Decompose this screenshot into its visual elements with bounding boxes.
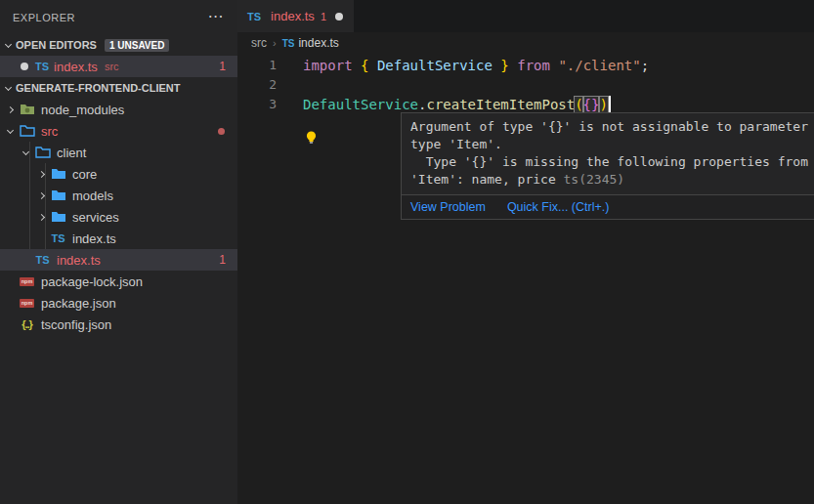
vscode-window: EXPLORER ⋯ OPEN EDITORS 1 UNSAVED TS ind… xyxy=(0,0,814,504)
more-actions-icon[interactable]: ⋯ xyxy=(208,7,225,25)
code-token: from xyxy=(517,58,550,73)
tree-item-label: core xyxy=(72,167,97,182)
open-editors-header[interactable]: OPEN EDITORS 1 UNSAVED xyxy=(0,34,237,56)
breadcrumb-folder[interactable]: src xyxy=(251,36,267,50)
error-message-line: Argument of type '{}' is not assignable … xyxy=(410,118,814,136)
code-token xyxy=(353,58,361,73)
error-message-line: 'Item': name, price ts(2345) xyxy=(410,171,814,189)
error-dot-badge xyxy=(218,128,225,135)
tree-item-label: src xyxy=(41,124,58,139)
tree-item-label: node_modules xyxy=(41,103,124,117)
chevron-down-icon xyxy=(0,37,16,53)
chevron-right-icon xyxy=(2,102,18,117)
line-number: 3 xyxy=(237,95,277,114)
text-cursor xyxy=(609,96,612,112)
open-editor-item-index-ts[interactable]: TS index.ts src 1 xyxy=(0,56,237,77)
tree-item-core[interactable]: core xyxy=(0,163,237,185)
tree-item-label: package.json xyxy=(41,296,116,311)
tree-item-index-ts[interactable]: TSindex.ts1 xyxy=(0,249,237,271)
folder-icon xyxy=(49,166,67,182)
tab-index-ts[interactable]: TS index.ts 1 xyxy=(237,0,354,32)
error-message-line: type 'Item'. xyxy=(410,136,814,153)
quick-fix-link[interactable]: Quick Fix... (Ctrl+.) xyxy=(507,200,610,214)
chevron-down-icon xyxy=(18,145,33,160)
error-message-line: Type '{}' is missing the following prope… xyxy=(410,153,814,171)
code-line: 2 xyxy=(237,75,814,95)
chevron-right-icon xyxy=(33,188,49,203)
folder-icon xyxy=(18,123,36,139)
tree-item-tsconfig-json[interactable]: {..}tsconfig.json xyxy=(0,314,237,335)
file-tree: node_modulessrcclientcoremodelsservicesT… xyxy=(0,99,237,335)
chevron-down-icon xyxy=(0,80,16,96)
tree-item-label: index.ts xyxy=(72,231,116,246)
npm-file-icon: npm xyxy=(18,299,36,308)
code-token xyxy=(509,58,517,73)
tree-item-label: index.ts xyxy=(57,253,101,268)
typescript-file-icon: TS xyxy=(33,254,52,266)
code-token: ) xyxy=(599,97,607,112)
typescript-file-icon: TS xyxy=(282,38,295,49)
explorer-title: EXPLORER xyxy=(13,12,75,23)
line-number: 1 xyxy=(237,56,277,75)
chevron-right-icon xyxy=(33,166,49,182)
folder-icon xyxy=(49,209,67,225)
code-line: 3DefaultService.createItemItemPost({}) xyxy=(237,95,814,114)
tree-item-label: package-lock.json xyxy=(41,274,143,289)
code-editor[interactable]: 1import { DefaultService } from "./clien… xyxy=(237,54,814,114)
open-editor-path: src xyxy=(105,61,119,72)
typescript-file-icon: TS xyxy=(35,61,49,72)
code-token xyxy=(368,58,376,73)
line-number: 2 xyxy=(237,75,277,95)
error-message: Argument of type '{}' is not assignable … xyxy=(402,113,814,194)
code-token: createItemItemPost xyxy=(426,97,575,112)
twistie-spacer xyxy=(2,316,18,332)
breadcrumb: src › TS index.ts xyxy=(237,32,814,54)
code-token: import xyxy=(303,58,353,73)
modified-dot-icon xyxy=(21,63,28,70)
lightbulb-icon[interactable] xyxy=(304,130,319,150)
explorer-header: EXPLORER ⋯ xyxy=(0,0,237,34)
workspace-root-header[interactable]: GENERATE-FRONTEND-CLIENT xyxy=(0,77,237,99)
open-editor-filename: index.ts xyxy=(54,60,98,74)
chevron-down-icon xyxy=(2,123,18,139)
error-hover-tooltip: Argument of type '{}' is not assignable … xyxy=(401,112,814,220)
tree-item-services[interactable]: services xyxy=(0,206,237,228)
tree-item-label: tsconfig.json xyxy=(41,317,111,332)
code-token: {} xyxy=(583,97,600,112)
node-modules-folder-icon xyxy=(18,102,36,117)
error-count-badge: 1 xyxy=(219,253,226,267)
tree-item-index-ts[interactable]: TSindex.ts xyxy=(0,228,237,249)
tree-item-src[interactable]: src xyxy=(0,120,237,142)
twistie-spacer xyxy=(33,231,49,246)
folder-icon xyxy=(33,145,52,160)
tooltip-actions: View Problem Quick Fix... (Ctrl+.) xyxy=(402,194,814,219)
explorer-sidebar: EXPLORER ⋯ OPEN EDITORS 1 UNSAVED TS ind… xyxy=(0,0,237,504)
unsaved-badge: 1 UNSAVED xyxy=(105,39,170,52)
code-token: ( xyxy=(575,97,582,112)
breadcrumb-file[interactable]: index.ts xyxy=(298,36,338,50)
error-count-badge: 1 xyxy=(219,60,226,73)
view-problem-link[interactable]: View Problem xyxy=(410,200,486,214)
code-line: 1import { DefaultService } from "./clien… xyxy=(237,56,814,75)
code-token: ; xyxy=(641,58,649,73)
dirty-indicator-icon[interactable] xyxy=(335,13,343,21)
folder-icon xyxy=(49,188,67,203)
workspace-root-label: GENERATE-FRONTEND-CLIENT xyxy=(16,82,180,94)
twistie-spacer xyxy=(18,252,33,268)
tree-item-package-json[interactable]: npmpackage.json xyxy=(0,292,237,314)
twistie-spacer xyxy=(2,295,18,311)
tab-filename: index.ts xyxy=(271,9,315,23)
npm-file-icon: npm xyxy=(18,277,36,286)
chevron-right-icon xyxy=(33,209,49,225)
tab-error-count: 1 xyxy=(321,11,326,22)
code-token: } xyxy=(500,58,508,73)
chevron-right-icon: › xyxy=(273,37,277,49)
tree-item-package-lock-json[interactable]: npmpackage-lock.json xyxy=(0,271,237,292)
tree-item-models[interactable]: models xyxy=(0,185,237,206)
open-editors-label: OPEN EDITORS xyxy=(16,39,97,51)
tree-item-label: services xyxy=(72,210,119,225)
tree-item-client[interactable]: client xyxy=(0,142,237,163)
tree-item-label: client xyxy=(57,146,86,160)
tree-item-node-modules[interactable]: node_modules xyxy=(0,99,237,120)
code-token: DefaultService xyxy=(303,97,418,112)
